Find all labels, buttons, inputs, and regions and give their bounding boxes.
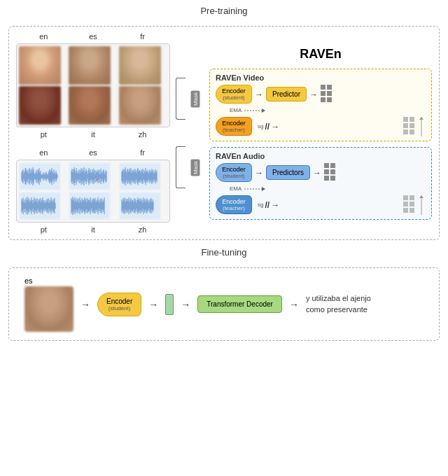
ft-face-container: es [24, 276, 74, 332]
svg-rect-625 [403, 202, 408, 206]
svg-rect-604 [327, 91, 332, 96]
video-arrow-2: → [309, 90, 318, 99]
face-cell-1 [19, 46, 61, 85]
audio-matrix-2 [403, 195, 414, 215]
svg-rect-616 [324, 163, 329, 168]
face-top-labels: en es fr [16, 32, 170, 41]
video-predictor: Predictor [266, 87, 307, 102]
face-cell-5 [69, 86, 111, 125]
ft-arrow-2: → [148, 299, 158, 310]
finetuning-box: es → Encoder (student) → → Transformer D… [8, 267, 440, 341]
raven-video-title: RAVEn Video [216, 74, 426, 82]
pretraining-box: en es fr pt it zh [8, 26, 440, 240]
audio-mask-connector: Mask [176, 146, 204, 188]
left-panel: en es fr pt it zh [16, 32, 170, 234]
svg-rect-628 [410, 202, 414, 206]
audio-lang-pt: pt [22, 225, 64, 234]
mask-label-video: Mask [187, 94, 204, 104]
audio-encoder-student: Encoder (student) [216, 163, 252, 182]
audio-lang-it: it [72, 225, 114, 234]
video-double-slash: // [265, 122, 270, 132]
lang-fr: fr [122, 32, 164, 41]
ft-encoder-sub: (student) [106, 305, 132, 312]
svg-marker-607 [262, 108, 265, 113]
mask-tag-video: Mask [191, 90, 200, 107]
audio-lang-es: es [72, 148, 114, 157]
svg-rect-611 [410, 117, 414, 122]
audio-predictors: Predictors [266, 165, 310, 180]
audio-sg-label: sg [258, 202, 263, 208]
svg-rect-617 [324, 169, 329, 174]
video-encoder-student-label: Encoder [222, 88, 246, 94]
audio-lang-zh: zh [122, 225, 164, 234]
video-encoder-student-sub: (student) [222, 94, 246, 101]
svg-rect-610 [403, 130, 408, 134]
video-arrow-3: → [271, 122, 279, 132]
face-grid [16, 43, 170, 127]
svg-marker-615 [419, 117, 424, 120]
ft-encoder-label: Encoder [106, 298, 132, 305]
svg-rect-608 [403, 117, 408, 122]
video-encoder-predictor: Encoder (student) → Predictor → [216, 85, 426, 136]
svg-rect-602 [321, 97, 326, 102]
audio-cell-1 [19, 162, 61, 190]
audio-lang-en: en [22, 148, 64, 157]
audio-teacher-row: Encoder (teacher) sg // → [216, 195, 426, 215]
audio-cell-3 [119, 162, 161, 190]
raven-audio-box: RAVEn Audio Encoder (student) → Predicto… [209, 147, 432, 220]
video-student-row: Encoder (student) → Predictor → [216, 85, 426, 104]
ft-arrow-4: → [289, 299, 299, 310]
audio-encoder-predictor: Encoder (student) → Predictors → [216, 163, 426, 215]
audio-double-slash: // [265, 200, 270, 210]
svg-rect-609 [403, 123, 408, 128]
audio-cell-4 [19, 192, 61, 220]
mask-tag-audio: Mask [191, 159, 200, 176]
audio-matrix-1 [324, 163, 335, 183]
audio-arrow-1: → [255, 168, 263, 178]
ft-arrow-1: → [80, 299, 90, 310]
ft-transformer-label: Transformer Decoder [206, 300, 273, 308]
face-cell-4 [19, 86, 61, 125]
svg-rect-620 [330, 169, 335, 174]
svg-rect-603 [327, 85, 332, 90]
lang-pt: pt [22, 130, 64, 139]
middle-connector: Mask Mask [176, 78, 204, 188]
video-encoder-teacher: Encoder (teacher) [216, 117, 252, 136]
face-cell-3 [119, 46, 161, 85]
bracket-audio [176, 146, 186, 188]
ft-arrow-3: → [181, 299, 190, 310]
video-matrix-1 [321, 85, 332, 104]
ft-output-text: y utilizaba el ajenjo como preservante [306, 293, 376, 315]
audio-encoder-teacher-sub: (teacher) [222, 205, 246, 211]
audio-ema-row: EMA [216, 186, 426, 192]
video-ema-arrow [244, 107, 265, 114]
raven-video-box: RAVEn Video Encoder (student) → Predicto… [209, 69, 432, 141]
ft-connector-block [165, 294, 174, 315]
lang-zh: zh [122, 130, 164, 139]
audio-encoder-student-sub: (student) [222, 173, 246, 179]
audio-ema-label: EMA [230, 186, 241, 192]
svg-rect-626 [403, 208, 408, 213]
lang-en: en [22, 32, 64, 41]
video-arrow-back [417, 117, 426, 136]
ft-es-label: es [24, 276, 33, 285]
audio-cell-6 [119, 192, 161, 220]
svg-marker-631 [419, 195, 424, 198]
audio-encoder-student-label: Encoder [222, 166, 246, 173]
ft-face-image [24, 286, 74, 332]
video-encoder-teacher-sub: (teacher) [222, 127, 246, 133]
audio-sg-row: sg // → [255, 200, 400, 210]
mask-label-audio: Mask [187, 163, 204, 172]
audio-arrow-2: → [313, 168, 321, 178]
video-encoder-student: Encoder (student) [216, 85, 252, 104]
audio-encoder-teacher: Encoder (teacher) [216, 195, 252, 214]
svg-rect-605 [327, 97, 332, 102]
lang-es: es [72, 32, 114, 41]
video-mask-connector: Mask [176, 78, 204, 120]
main-container: Pre-training en es fr [0, 0, 448, 476]
audio-cell-5 [69, 192, 111, 220]
audio-cell-2 [69, 162, 111, 190]
video-teacher-row: Encoder (teacher) sg // → [216, 117, 426, 136]
section-label-finetuning: Fine-tuning [8, 247, 440, 258]
video-ema-row: EMA [216, 107, 426, 114]
